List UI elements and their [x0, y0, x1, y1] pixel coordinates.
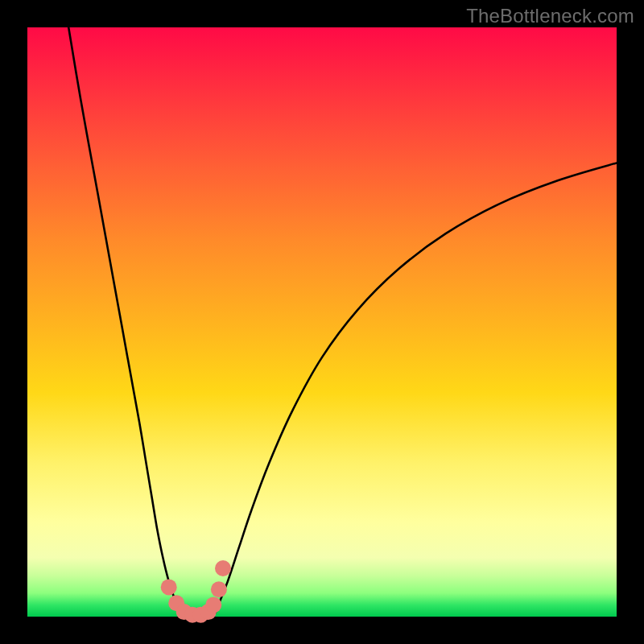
watermark-text: TheBottleneck.com: [466, 5, 634, 27]
bottleneck-curve-path: [68, 27, 617, 617]
chart-frame: TheBottleneck.com: [0, 0, 644, 644]
bottleneck-curve-svg: [27, 27, 617, 617]
valley-marker-dot: [161, 579, 177, 595]
valley-marker-dot: [211, 581, 227, 597]
valley-markers-group: [161, 560, 231, 623]
valley-marker-dot: [205, 597, 221, 613]
chart-plot-area: [27, 27, 617, 617]
valley-marker-dot: [215, 560, 231, 576]
